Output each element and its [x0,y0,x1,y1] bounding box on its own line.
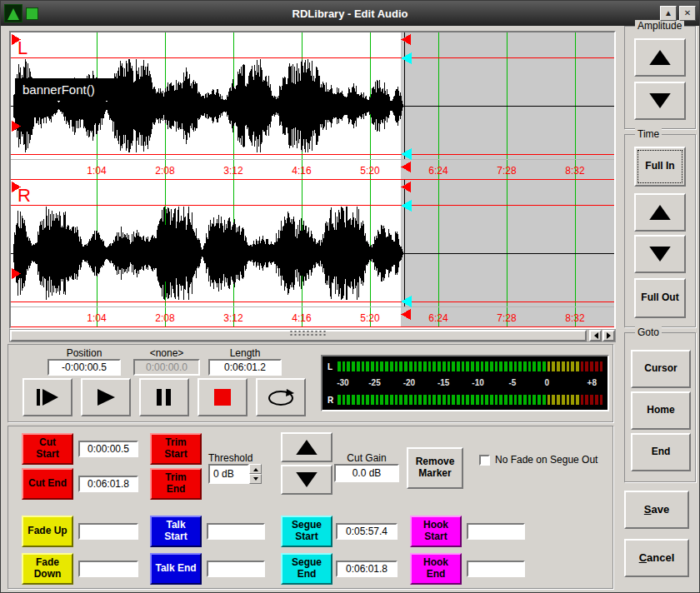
svg-text:7:28: 7:28 [497,165,517,177]
goto-group: Goto Cursor Home End [624,332,696,482]
stop-icon [213,388,232,406]
shade-button[interactable]: ▲ [660,6,677,21]
fade-down-field[interactable] [78,561,138,577]
time-group-title: Time [635,128,662,140]
hook-end-field[interactable] [467,561,525,577]
goto-group-title: Goto [635,326,662,338]
waveform-right-channel[interactable]: R 1:042:083:124:165:206:247:288:32 [11,180,614,327]
up-arrow-icon [253,466,258,471]
full-in-button[interactable]: Full In [634,147,686,187]
save-button[interactable]: Save [624,491,689,529]
up-arrow-icon [648,204,672,221]
right-arrow-icon [607,332,614,339]
meter-right-bar [338,395,602,405]
goto-end-button[interactable]: End [631,433,691,471]
marker-readout-field[interactable] [133,359,200,376]
talk-start-field[interactable] [207,523,265,540]
loop-button[interactable] [256,378,306,416]
hook-end-button[interactable]: Hook End [410,553,462,585]
fade-up-field[interactable] [78,523,138,540]
hook-start-button[interactable]: Hook Start [410,516,462,547]
cut-start-button[interactable]: Cut Start [22,433,73,465]
window-title: RDLibrary - Edit Audio [1,7,699,20]
cut-gain-field[interactable] [334,464,399,482]
waveform-view[interactable]: L bannerFont() 1:042:083:124:165:206:247… [9,31,616,329]
close-button[interactable]: ✕ [679,6,696,21]
position-field[interactable] [48,359,121,376]
threshold-field[interactable] [208,464,249,484]
full-out-button[interactable]: Full Out [634,278,686,318]
gain-down-button[interactable] [281,465,332,495]
svg-text:1:04: 1:04 [87,165,107,177]
segue-end-button[interactable]: Segue End [281,553,332,585]
amplitude-down-button[interactable] [634,82,686,120]
svg-text:1:04: 1:04 [87,312,107,324]
svg-text:8:32: 8:32 [565,312,585,324]
svg-text:3:12: 3:12 [223,165,243,177]
svg-text:5:20: 5:20 [360,165,380,177]
trim-start-button[interactable]: Trim Start [150,433,202,465]
amplitude-up-button[interactable] [634,38,686,77]
no-fade-checkbox[interactable] [479,455,490,466]
time-zoom-in-button[interactable] [634,193,686,232]
no-fade-label: No Fade on Segue Out [495,454,598,466]
fade-up-button[interactable]: Fade Up [22,516,73,547]
cut-end-button[interactable]: Cut End [22,468,73,500]
svg-text:2:08: 2:08 [155,312,175,324]
loop-icon [266,387,296,407]
pause-button[interactable] [139,378,189,416]
trim-end-button[interactable]: Trim End [150,468,202,500]
down-arrow-icon [648,246,672,262]
hook-start-field[interactable] [467,523,525,540]
play-from-start-icon [35,388,60,406]
splitter-grip[interactable] [289,330,326,336]
waveform-left-channel[interactable]: L bannerFont() 1:042:083:124:165:206:247… [11,32,614,180]
svg-text:5:20: 5:20 [360,312,380,324]
window-menu-icon[interactable] [26,7,38,20]
talk-end-button[interactable]: Talk End [150,553,202,585]
cancel-button[interactable]: Cancel [624,539,689,577]
play-button[interactable] [81,378,131,416]
threshold-spin-up-button[interactable] [249,464,262,474]
shade-icon: ▲ [664,9,672,17]
talk-start-button[interactable]: Talk Start [150,516,202,547]
play-icon [95,388,117,406]
meter-right-label: R [328,396,338,405]
right-channel-label: R [18,185,31,206]
length-label: Length [208,347,282,359]
time-zoom-out-button[interactable] [634,235,686,273]
svg-text:7:28: 7:28 [497,312,517,324]
cut-start-field[interactable] [78,441,138,457]
scroll-right-button[interactable] [602,330,615,341]
scroll-left-button[interactable] [589,330,602,341]
meter-left-bar [338,361,602,371]
segue-start-field[interactable] [336,523,398,540]
goto-home-button[interactable]: Home [631,391,691,430]
threshold-spin-down-button[interactable] [249,474,262,484]
svg-text:2:08: 2:08 [155,165,175,177]
left-channel-label: L [18,37,28,58]
fade-down-button[interactable]: Fade Down [22,553,73,585]
stop-button[interactable] [198,378,248,416]
down-arrow-icon [253,477,258,483]
up-arrow-icon [648,49,672,66]
up-arrow-icon [294,439,319,456]
meter-scale: -30-25-20-15-10-50+8 [338,378,602,389]
cut-end-field[interactable] [78,476,138,492]
cut-gain-label: Cut Gain [334,452,399,464]
transport-panel: Position <none> Length L -30-25-20-15-10… [8,344,613,422]
rivendell-app-icon [4,4,22,22]
segue-start-button[interactable]: Segue Start [281,516,332,547]
length-field[interactable] [208,359,282,376]
down-arrow-icon [648,92,672,109]
position-label: Position [48,347,121,359]
threshold-spinbox[interactable] [208,464,262,484]
goto-cursor-button[interactable]: Cursor [631,350,691,388]
titlebar[interactable]: RDLibrary - Edit Audio ▲ ✕ [1,1,699,26]
play-from-start-button[interactable] [22,378,72,416]
remove-marker-button[interactable]: Remove Marker [407,447,463,489]
segue-end-field[interactable] [336,561,398,577]
down-arrow-icon [294,471,319,488]
gain-up-button[interactable] [281,432,332,462]
talk-end-field[interactable] [207,561,265,577]
